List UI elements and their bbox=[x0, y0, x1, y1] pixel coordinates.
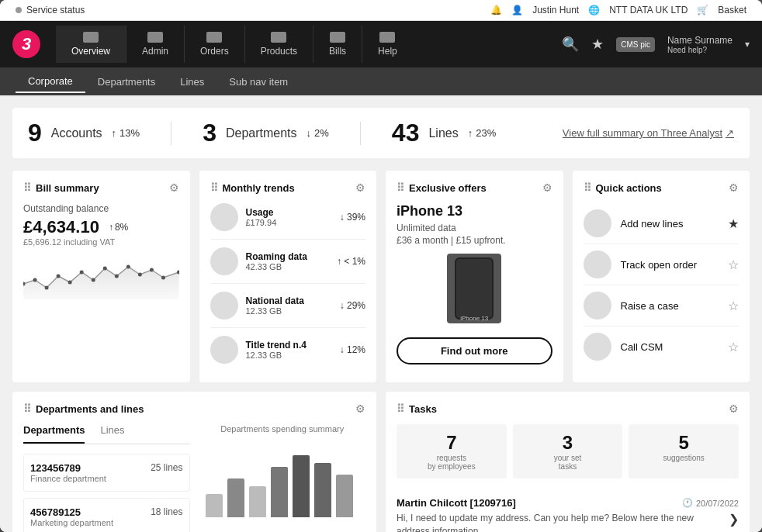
exclusive-offers-settings-icon[interactable]: ⚙ bbox=[542, 181, 552, 194]
action-raise-case-icon bbox=[584, 292, 611, 320]
trend-item-national: National data 12.33 GB ↓ 29% bbox=[210, 292, 366, 328]
balance-arrow-up-icon: ↑ bbox=[109, 222, 113, 233]
nav-item-overview[interactable]: Overview bbox=[56, 26, 126, 63]
departments-number: 3 bbox=[203, 119, 216, 147]
svg-point-7 bbox=[103, 267, 107, 271]
find-out-more-button[interactable]: Find out more bbox=[397, 337, 552, 364]
exclusive-offers-card: ⠿ Exclusive offers ⚙ iPhone 13 Unlimited… bbox=[386, 171, 563, 382]
top-company: NTT DATA UK LTD bbox=[609, 5, 688, 16]
action-star-1-icon[interactable]: ☆ bbox=[728, 257, 739, 272]
bottom-grid: ⠿ Departments and lines ⚙ Departments Li… bbox=[12, 392, 750, 532]
top-basket[interactable]: Basket bbox=[718, 5, 746, 16]
monthly-trends-card: ⠿ Monthly trends ⚙ Usage £179.94 ↓ 39% bbox=[199, 171, 377, 382]
dept-item-0: 123456789 Finance department 25 lines bbox=[23, 454, 190, 492]
dept-tabs: Departments Lines bbox=[23, 424, 190, 444]
cards-grid: ⠿ Bill summary ⚙ Outstanding balance £4,… bbox=[12, 171, 750, 382]
monthly-trends-drag-icon: ⠿ bbox=[210, 181, 218, 194]
accounts-number: 9 bbox=[28, 119, 42, 147]
dept-item-1: 456789125 Marketing department 18 lines bbox=[23, 498, 190, 532]
vat-text: £5,696.12 including VAT bbox=[23, 237, 179, 247]
chart-bar-2 bbox=[227, 478, 244, 517]
svg-point-3 bbox=[57, 275, 61, 278]
departments-lines-settings-icon[interactable]: ⚙ bbox=[355, 402, 365, 415]
quick-actions-settings-icon[interactable]: ⚙ bbox=[729, 181, 739, 194]
dept-tab-lines[interactable]: Lines bbox=[100, 424, 124, 444]
trend-usage-info: Usage £179.94 bbox=[246, 207, 332, 227]
action-list: Add new lines ★ Track open order ☆ Raise… bbox=[584, 203, 739, 367]
quick-actions-header: ⠿ Quick actions ⚙ bbox=[584, 181, 739, 194]
star-icon[interactable]: ★ bbox=[591, 36, 604, 53]
nav-items: Overview Admin Orders Products Bills Hel… bbox=[56, 26, 562, 63]
bill-summary-drag-icon: ⠿ bbox=[23, 181, 31, 194]
tasks-title: ⠿ Tasks bbox=[397, 402, 437, 415]
nav-item-products[interactable]: Products bbox=[244, 26, 313, 63]
dept-content-row: Departments Lines 123456789 Finance depa… bbox=[23, 424, 365, 532]
dept-tab-departments[interactable]: Departments bbox=[23, 424, 85, 444]
tasks-suggestions-number: 5 bbox=[636, 432, 731, 454]
action-star-0-icon[interactable]: ★ bbox=[728, 216, 739, 231]
accounts-label: Accounts bbox=[51, 126, 102, 140]
exclusive-offers-title: ⠿ Exclusive offers bbox=[397, 181, 487, 194]
trend-roaming-icon bbox=[210, 247, 238, 275]
tasks-settings-icon[interactable]: ⚙ bbox=[729, 402, 739, 415]
nav-item-bills[interactable]: Bills bbox=[313, 26, 362, 63]
svg-point-9 bbox=[126, 265, 130, 269]
trend-item-roaming: Roaming data 42.33 GB ↑ < 1% bbox=[210, 247, 366, 284]
lines-change: 23% bbox=[468, 127, 497, 139]
products-icon bbox=[271, 32, 286, 43]
monthly-trends-settings-icon[interactable]: ⚙ bbox=[355, 181, 365, 194]
dept-list: Departments Lines 123456789 Finance depa… bbox=[23, 424, 190, 532]
lines-arrow-up-icon bbox=[468, 127, 473, 139]
task-martin-arrow[interactable]: ❯ bbox=[729, 512, 739, 527]
balance-row: £4,634.10 ↑ 8% bbox=[23, 217, 179, 237]
departments-arrow-down-icon bbox=[307, 127, 312, 139]
svg-point-10 bbox=[138, 273, 142, 277]
nav-item-orders[interactable]: Orders bbox=[184, 26, 244, 63]
accounts-change: 13% bbox=[112, 127, 140, 139]
action-star-2-icon[interactable]: ☆ bbox=[728, 299, 739, 313]
outstanding-label: Outstanding balance bbox=[23, 203, 179, 214]
svg-point-1 bbox=[33, 278, 37, 282]
accounts-arrow-up-icon bbox=[112, 127, 117, 139]
departments-label: Departments bbox=[226, 126, 297, 140]
search-icon[interactable]: 🔍 bbox=[562, 36, 579, 53]
dept-item-0-info: 123456789 Finance department bbox=[30, 462, 106, 483]
svg-point-2 bbox=[45, 286, 49, 290]
tasks-set-label: your settasks bbox=[521, 454, 615, 471]
tasks-card: ⠿ Tasks ⚙ 7 requestsby employees 3 your … bbox=[386, 392, 750, 532]
monthly-trends-header: ⠿ Monthly trends ⚙ bbox=[210, 181, 366, 194]
action-track-open-order: Track open order ☆ bbox=[584, 244, 739, 285]
trend-title4-info: Title trend n.4 12.33 GB bbox=[246, 340, 332, 360]
service-status: Service status bbox=[16, 5, 85, 16]
bill-summary-settings-icon[interactable]: ⚙ bbox=[169, 181, 179, 194]
subnav-subnavitem[interactable]: Sub nav item bbox=[216, 71, 300, 92]
service-status-label: Service status bbox=[26, 5, 85, 16]
nav-item-help[interactable]: Help bbox=[362, 26, 413, 63]
task-item-martin: Martin Chilcott [1209716] 🕐 20/07/2022 H… bbox=[397, 489, 739, 532]
offer-price: £36 a month | £15 upfront. bbox=[397, 235, 552, 246]
subnav-corporate[interactable]: Corporate bbox=[16, 71, 85, 93]
tasks-drag-icon: ⠿ bbox=[397, 402, 404, 415]
view-full-summary-link[interactable]: View full summary on Three Analyst ↗ bbox=[563, 127, 734, 139]
stat-divider-1 bbox=[171, 122, 171, 145]
departments-lines-card: ⠿ Departments and lines ⚙ Departments Li… bbox=[12, 392, 376, 532]
trend-item-title4: Title trend n.4 12.33 GB ↓ 12% bbox=[210, 336, 366, 371]
bill-summary-header: ⠿ Bill summary ⚙ bbox=[23, 181, 179, 194]
departments-lines-title: ⠿ Departments and lines bbox=[23, 402, 144, 415]
subnav-departments[interactable]: Departments bbox=[85, 71, 168, 92]
admin-icon bbox=[147, 32, 163, 43]
top-bar-right: 🔔 👤 Justin Hunt 🌐 NTT DATA UK LTD 🛒 Bask… bbox=[490, 5, 746, 16]
tasks-requests-box: 7 requestsby employees bbox=[397, 424, 507, 478]
bell-icon[interactable]: 🔔 bbox=[490, 5, 502, 16]
logo[interactable]: 3 bbox=[12, 30, 40, 58]
subnav-lines[interactable]: Lines bbox=[168, 71, 216, 92]
offer-caption: iPhone 13 bbox=[460, 315, 488, 322]
action-star-3-icon[interactable]: ☆ bbox=[728, 340, 739, 354]
trend-item-usage: Usage £179.94 ↓ 39% bbox=[210, 203, 366, 240]
svg-point-4 bbox=[68, 281, 72, 285]
nav-item-admin[interactable]: Admin bbox=[126, 26, 184, 63]
offer-product-name: iPhone 13 bbox=[397, 203, 552, 219]
user-dropdown-icon[interactable]: ▾ bbox=[745, 39, 750, 50]
nav-bar: 3 Overview Admin Orders Products Bills bbox=[0, 21, 762, 67]
stats-row: 9 Accounts 13% 3 Departments 2% 43 Lines bbox=[12, 108, 750, 158]
